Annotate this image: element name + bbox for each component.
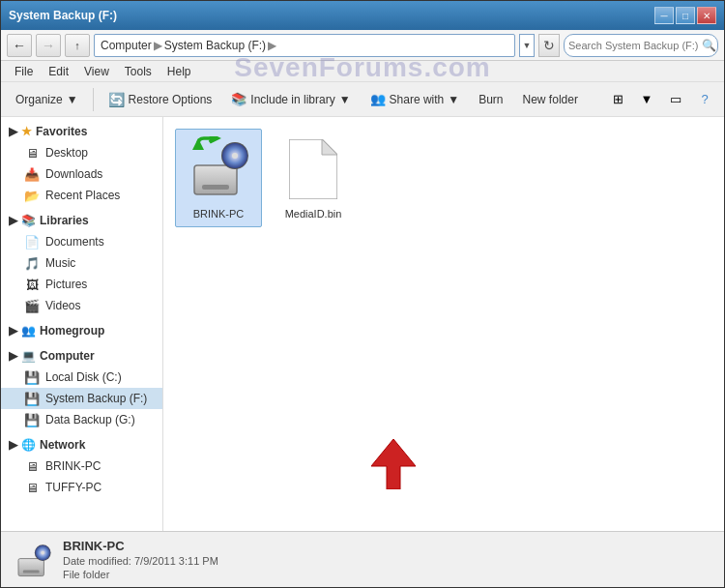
sidebar-item-system-backup[interactable]: 💾 System Backup (F:) (1, 388, 162, 409)
view-controls: ⊞ ▼ ▭ ? (604, 87, 718, 112)
system-backup-label: System Backup (F:) (45, 392, 147, 405)
window-title: System Backup (F:) (9, 9, 117, 22)
organize-button[interactable]: Organize ▼ (7, 86, 87, 113)
sidebar-item-local-disk[interactable]: 💾 Local Disk (C:) (1, 367, 162, 388)
share-dropdown-icon: ▼ (448, 93, 459, 106)
tuffy-pc-label: TUFFY-PC (45, 481, 102, 494)
sidebar-section-favorites: ▶ ★ Favorites 🖥 Desktop 📥 Downloads 📂 Re… (1, 121, 162, 206)
new-folder-button[interactable]: New folder (514, 86, 587, 113)
videos-label: Videos (45, 299, 80, 312)
computer-label: Computer (40, 349, 95, 363)
sidebar-item-pictures[interactable]: 🖼 Pictures (1, 274, 162, 295)
menu-view[interactable]: View (76, 63, 117, 80)
svg-rect-2 (202, 185, 229, 190)
address-bar: ← → ↑ Computer ▶ System Backup (F:) ▶ ▼ … (1, 30, 724, 61)
favorites-label: Favorites (36, 125, 87, 138)
organize-label: Organize (15, 93, 63, 106)
restore-options-label: Restore Options (129, 93, 213, 106)
status-file-type: File folder (63, 569, 218, 580)
status-bar: BRINK-PC Date modified: 7/9/2011 3:11 PM… (1, 531, 724, 587)
details-pane-button[interactable]: ▭ (662, 87, 689, 112)
homegroup-expand-icon: ▶ (9, 324, 17, 338)
sidebar-item-brink-pc[interactable]: 🖥 BRINK-PC (1, 456, 162, 477)
back-button[interactable]: ← (7, 34, 32, 57)
sidebar-section-libraries: ▶ 📚 Libraries 📄 Documents 🎵 Music 🖼 Pict… (1, 210, 162, 316)
sidebar-item-music[interactable]: 🎵 Music (1, 252, 162, 274)
libraries-icon: 📚 (21, 214, 36, 227)
path-dropdown[interactable]: ▼ (519, 34, 535, 57)
sidebar: ▶ ★ Favorites 🖥 Desktop 📥 Downloads 📂 Re… (1, 117, 163, 531)
status-icon (13, 541, 51, 579)
toolbar-separator-1 (93, 88, 94, 111)
forward-button[interactable]: → (36, 34, 61, 57)
network-icon: 🌐 (21, 438, 36, 452)
sidebar-item-downloads[interactable]: 📥 Downloads (1, 163, 162, 185)
sidebar-computer-header[interactable]: ▶ 💻 Computer (1, 345, 162, 367)
help-button[interactable]: ? (691, 87, 718, 112)
music-icon: 🎵 (24, 255, 40, 271)
brinkpc-label: BRINK-PC (193, 207, 245, 220)
videos-icon: 🎬 (24, 298, 40, 313)
documents-icon: 📄 (24, 234, 40, 250)
menu-tools[interactable]: Tools (117, 63, 160, 80)
sidebar-item-desktop[interactable]: 🖥 Desktop (1, 142, 162, 163)
up-button[interactable]: ↑ (65, 34, 90, 57)
view-toggle-button[interactable]: ⊞ (604, 87, 631, 112)
favorites-star-icon: ★ (21, 125, 32, 138)
include-in-library-button[interactable]: 📚 Include in library ▼ (222, 86, 359, 113)
pictures-icon: 🖼 (24, 277, 40, 292)
computer-icon: 💻 (21, 349, 36, 363)
tuffy-pc-icon: 🖥 (24, 480, 40, 495)
toolbar: Organize ▼ 🔄 Restore Options 📚 Include i… (1, 82, 724, 117)
burn-label: Burn (478, 93, 503, 106)
desktop-icon: 🖥 (24, 145, 40, 161)
downloads-label: Downloads (45, 167, 102, 181)
menu-help[interactable]: Help (160, 63, 199, 80)
desktop-label: Desktop (45, 146, 88, 160)
svg-rect-1 (194, 165, 237, 194)
burn-button[interactable]: Burn (470, 86, 511, 113)
close-button[interactable]: ✕ (697, 7, 716, 24)
refresh-button[interactable]: ↻ (538, 34, 560, 57)
favorites-expand-icon: ▶ (9, 125, 17, 138)
share-icon: 👥 (370, 92, 386, 106)
red-arrow-annotation (371, 439, 416, 492)
maximize-button[interactable]: □ (676, 7, 695, 24)
sidebar-item-documents[interactable]: 📄 Documents (1, 231, 162, 252)
search-input[interactable] (568, 40, 702, 51)
network-label: Network (40, 438, 85, 452)
minimize-button[interactable]: ─ (654, 7, 674, 24)
search-icon[interactable]: 🔍 (702, 39, 716, 52)
sidebar-homegroup-header[interactable]: ▶ 👥 Homegroup (1, 320, 162, 341)
sidebar-item-data-backup[interactable]: 💾 Data Backup (G:) (1, 409, 162, 430)
organize-dropdown-icon: ▼ (67, 93, 78, 106)
local-disk-label: Local Disk (C:) (45, 370, 122, 384)
restore-options-button[interactable]: 🔄 Restore Options (100, 86, 221, 113)
file-item-brinkpc[interactable]: BRINK-PC (175, 129, 262, 227)
mediaid-label: MediaID.bin (285, 207, 342, 220)
red-arrow-svg (371, 439, 416, 489)
downloads-icon: 📥 (24, 166, 40, 182)
share-with-button[interactable]: 👥 Share with ▼ (362, 86, 469, 113)
svg-marker-8 (371, 439, 416, 489)
svg-marker-7 (322, 139, 337, 155)
file-item-mediaid[interactable]: MediaID.bin (270, 129, 357, 227)
new-folder-label: New folder (523, 93, 578, 106)
sidebar-item-recent-places[interactable]: 📂 Recent Places (1, 185, 162, 206)
recent-places-icon: 📂 (24, 188, 40, 203)
file-view[interactable]: BRINK-PC MediaID.bin (163, 117, 724, 531)
sidebar-libraries-header[interactable]: ▶ 📚 Libraries (1, 210, 162, 231)
view-dropdown-button[interactable]: ▼ (633, 87, 660, 112)
path-computer: Computer (101, 39, 152, 52)
sidebar-network-header[interactable]: ▶ 🌐 Network (1, 434, 162, 456)
menu-file[interactable]: File (7, 63, 41, 80)
address-path[interactable]: Computer ▶ System Backup (F:) ▶ (94, 34, 515, 57)
sidebar-favorites-header[interactable]: ▶ ★ Favorites (1, 121, 162, 142)
sidebar-item-videos[interactable]: 🎬 Videos (1, 295, 162, 316)
main-content: ▶ ★ Favorites 🖥 Desktop 📥 Downloads 📂 Re… (1, 117, 724, 531)
network-expand-icon: ▶ (9, 438, 17, 452)
homegroup-icon: 👥 (21, 324, 36, 338)
sidebar-item-tuffy-pc[interactable]: 🖥 TUFFY-PC (1, 477, 162, 498)
path-drive: System Backup (F:) (164, 39, 266, 52)
menu-edit[interactable]: Edit (41, 63, 76, 80)
